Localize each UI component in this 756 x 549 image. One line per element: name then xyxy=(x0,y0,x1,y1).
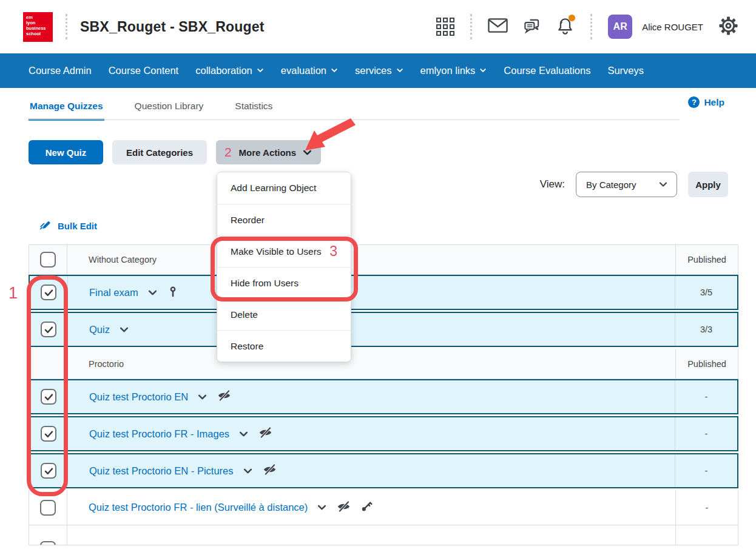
view-label: View: xyxy=(540,178,565,190)
view-bar: View: By Category Apply xyxy=(0,172,728,197)
table-row: Quiz test Proctorio EN - Pictures- xyxy=(29,453,738,488)
menu-item-restore[interactable]: Restore xyxy=(217,330,351,362)
hidden-from-users-icon xyxy=(217,389,231,404)
row-checkbox[interactable] xyxy=(41,389,56,405)
select-all-checkbox[interactable] xyxy=(40,252,56,268)
nav-item-label: collaboration xyxy=(195,65,252,76)
row-checkbox[interactable] xyxy=(41,322,56,337)
row-checkbox[interactable] xyxy=(40,500,56,516)
divider-dots xyxy=(470,14,472,39)
menu-item-make-visible-to-users[interactable]: Make Visible to Users3 xyxy=(217,235,351,267)
checkbox-cell xyxy=(30,417,68,450)
tab-manage-quizzes[interactable]: Manage Quizzes xyxy=(29,101,104,121)
row-checkbox[interactable] xyxy=(41,426,56,442)
table-row: Quiz test Proctorio FR - lien (Surveillé… xyxy=(29,490,738,525)
chevron-down-icon[interactable] xyxy=(317,502,327,513)
checkbox-cell xyxy=(30,454,68,487)
quiz-link[interactable]: Final exam xyxy=(89,287,138,298)
nav-item-services[interactable]: services xyxy=(355,65,403,76)
nav-item-course-evaluations[interactable]: Course Evaluations xyxy=(504,65,590,76)
chevron-down-icon[interactable] xyxy=(243,466,253,476)
gear-icon[interactable] xyxy=(719,16,738,38)
category-header-row: ProctorioPublished xyxy=(29,349,738,379)
chevron-down-icon xyxy=(331,65,338,76)
checkbox-cell xyxy=(30,276,68,309)
published-count: 3/3 xyxy=(675,313,737,346)
tab-statistics[interactable]: Statistics xyxy=(234,101,274,121)
quiz-link[interactable]: Quiz test Proctorio EN xyxy=(89,391,188,403)
nav-item-collaboration[interactable]: collaboration xyxy=(195,65,264,76)
published-count: - xyxy=(675,454,737,487)
view-selected-option: By Category xyxy=(586,180,636,190)
help-icon: ? xyxy=(688,96,700,108)
annotation-step-1: 1 xyxy=(8,284,18,303)
help-button[interactable]: ? Help xyxy=(688,96,724,108)
checkbox-cell xyxy=(29,349,67,379)
divider-dots xyxy=(590,14,592,39)
email-icon[interactable] xyxy=(488,18,508,36)
chevron-down-icon xyxy=(257,65,264,76)
chevron-down-icon xyxy=(658,180,668,189)
view-category-select[interactable]: By Category xyxy=(576,172,677,197)
apply-button[interactable]: Apply xyxy=(688,172,728,197)
published-count: - xyxy=(675,490,738,525)
category-header-row: Without CategoryPublished xyxy=(29,244,738,275)
menu-item-hide-from-users[interactable]: Hide from Users xyxy=(217,267,351,298)
annotation-step-3: 3 xyxy=(329,243,337,260)
avatar[interactable]: AR xyxy=(608,15,632,39)
help-label: Help xyxy=(704,97,724,108)
nav-item-label: Course Content xyxy=(109,65,179,76)
chat-icon[interactable] xyxy=(522,16,541,38)
more-actions-menu: Add Learning ObjectReorderMake Visible t… xyxy=(217,172,351,362)
nav-item-course-admin[interactable]: Course Admin xyxy=(29,65,92,76)
chevron-down-icon xyxy=(396,65,403,76)
row-checkbox[interactable] xyxy=(40,541,56,545)
table-row: Quiz test Proctorio FR - Images- xyxy=(29,416,738,451)
published-count: 3/5 xyxy=(675,276,737,309)
new-quiz-button[interactable]: New Quiz xyxy=(29,140,103,164)
top-header: em lyon business school SBX_Rouget - SBX… xyxy=(0,0,756,53)
menu-item-label: Reorder xyxy=(231,215,265,226)
nav-item-label: Course Admin xyxy=(29,65,92,76)
published-column-header: Published xyxy=(675,245,738,274)
tab-question-library[interactable]: Question Library xyxy=(133,101,205,121)
quiz-link[interactable]: Quiz test Proctorio FR - lien (Surveillé… xyxy=(89,502,308,513)
more-actions-label: More Actions xyxy=(239,147,296,158)
app-grid-icon[interactable] xyxy=(436,18,454,36)
quiz-link[interactable]: Quiz test Proctorio EN - Pictures xyxy=(89,465,234,477)
hidden-from-users-icon xyxy=(258,426,272,441)
chevron-down-icon[interactable] xyxy=(119,325,129,335)
published-column-header: Published xyxy=(675,349,738,379)
edit-categories-button[interactable]: Edit Categories xyxy=(112,140,207,164)
chevron-down-icon xyxy=(479,65,487,76)
nav-item-emlyon-links[interactable]: emlyon links xyxy=(420,65,487,76)
checkbox-cell xyxy=(29,245,67,274)
tab-bar: Manage QuizzesQuestion LibraryStatistics… xyxy=(0,88,756,121)
notifications-icon[interactable] xyxy=(556,16,575,38)
published-count: - xyxy=(675,380,737,413)
quiz-link[interactable]: Quiz test Proctorio FR - Images xyxy=(89,428,229,440)
menu-item-label: Restore xyxy=(231,341,263,352)
menu-item-reorder[interactable]: Reorder xyxy=(217,204,351,235)
category-label: Proctorio xyxy=(89,359,124,369)
bulk-edit-button[interactable]: Bulk Edit xyxy=(39,219,756,232)
nav-item-label: evaluation xyxy=(281,65,326,76)
annotation-step-2: 2 xyxy=(224,145,232,160)
menu-item-delete[interactable]: Delete xyxy=(217,298,351,330)
tab-divider xyxy=(29,120,680,120)
nav-item-surveys[interactable]: Surveys xyxy=(607,65,644,76)
quiz-link[interactable]: Quiz xyxy=(89,324,110,335)
row-checkbox[interactable] xyxy=(41,463,56,479)
row-checkbox[interactable] xyxy=(41,285,56,300)
menu-item-add-learning-object[interactable]: Add Learning Object xyxy=(217,172,351,204)
chevron-down-icon xyxy=(302,147,312,158)
user-name[interactable]: Alice ROUGET xyxy=(642,22,703,32)
nav-item-label: emlyon links xyxy=(420,65,476,76)
chevron-down-icon[interactable] xyxy=(197,392,208,402)
nav-item-label: services xyxy=(355,65,392,76)
more-actions-button[interactable]: 2 More Actions xyxy=(216,140,321,164)
chevron-down-icon[interactable] xyxy=(238,429,249,439)
nav-item-evaluation[interactable]: evaluation xyxy=(281,65,338,76)
nav-item-course-content[interactable]: Course Content xyxy=(109,65,179,76)
chevron-down-icon[interactable] xyxy=(147,288,158,298)
